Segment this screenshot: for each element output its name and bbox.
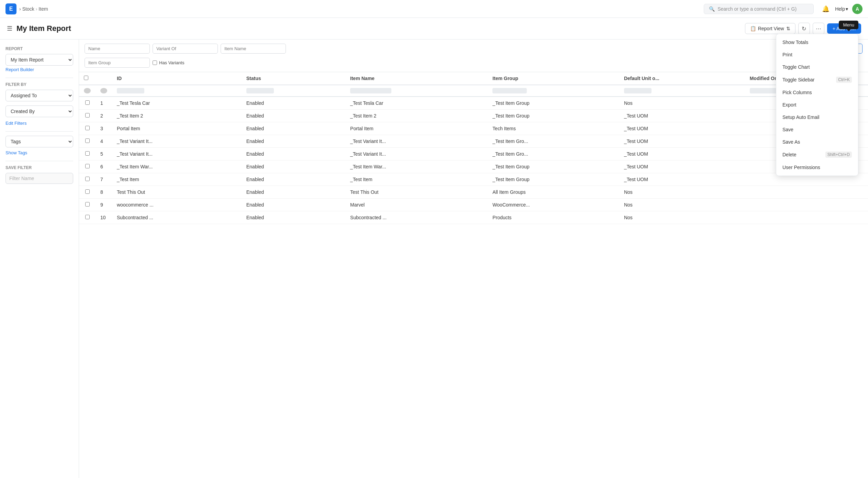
row-item-name: _Test Item [345,173,488,186]
filter-name-input[interactable] [5,173,73,184]
user-avatar[interactable]: A [852,4,863,14]
th-item-group[interactable]: Item Group [488,72,619,85]
row-id-value[interactable]: woocommerce ... [112,199,242,211]
global-search[interactable]: 🔍 Search or type a command (Ctrl + G) [704,4,814,14]
report-view-button[interactable]: 📋 Report View ⇅ [745,23,795,34]
has-variants-label: Has Variants [159,60,184,65]
th-status[interactable]: Status [242,72,345,85]
row-checkbox-cell[interactable] [79,186,96,199]
dropdown-menu: Show TotalsPrintToggle ChartToggle Sideb… [776,34,858,176]
row-id-value[interactable]: _Test Tesla Car [112,97,242,110]
row-checkbox[interactable] [85,151,90,156]
sidebar-toggle-icon[interactable]: ☰ [7,25,12,32]
dropdown-menu-item[interactable]: Export [776,99,858,111]
row-status: Enabled [242,110,345,122]
table-row: 8 Test This Out Enabled Test This Out Al… [79,186,868,199]
row-checkbox[interactable] [85,189,90,194]
show-tags-link[interactable]: Show Tags [5,150,73,155]
row-checkbox[interactable] [85,113,90,118]
row-checkbox[interactable] [85,100,90,105]
row-default-unit: Nos [619,97,745,110]
row-checkbox-cell[interactable] [79,97,96,110]
row-id-value[interactable]: Portal Item [112,122,242,135]
dropdown-menu-item[interactable]: Toggle Chart [776,61,858,73]
shortcut-badge: Shift+Ctrl+D [825,152,852,158]
row-status: Enabled [242,135,345,148]
row-checkbox-cell[interactable] [79,148,96,160]
help-label: Help [835,6,845,12]
help-button[interactable]: Help ▾ [835,6,848,12]
variant-of-filter-input[interactable] [153,44,218,54]
row-checkbox[interactable] [85,138,90,143]
assigned-to-select[interactable]: Assigned To [5,90,73,101]
row-checkbox-cell[interactable] [79,211,96,224]
edit-filters-link[interactable]: Edit Filters [5,121,73,126]
row-default-unit: _Test UOM [619,173,745,186]
created-by-select[interactable]: Created By [5,105,73,117]
row-checkbox-cell[interactable] [79,160,96,173]
row-number: 5 [96,148,112,160]
row-id-value[interactable]: _Test Item [112,173,242,186]
app-logo[interactable]: E [5,3,16,14]
row-checkbox-cell[interactable] [79,173,96,186]
item-group-filter-input[interactable] [85,58,150,68]
row-number: 7 [96,173,112,186]
row-id-value[interactable]: Subcontracted ... [112,211,242,224]
dropdown-menu-item[interactable]: Pick Columns [776,86,858,99]
refresh-button[interactable]: ↻ [798,23,810,34]
dropdown-menu-item[interactable]: Print [776,48,858,61]
has-variants-checkbox[interactable] [153,60,157,65]
th-id[interactable]: ID [112,72,242,85]
dropdown-menu-item[interactable]: Save [776,123,858,136]
row-checkbox[interactable] [85,215,90,219]
dropdown-item-label: Show Totals [782,40,808,45]
report-select[interactable]: My Item Report [5,54,73,66]
row-checkbox[interactable] [85,202,90,207]
row-checkbox[interactable] [85,164,90,168]
dropdown-item-label: Toggle Chart [782,64,810,70]
table-row: 10 Subcontracted ... Enabled Subcontract… [79,211,868,224]
row-checkbox[interactable] [85,177,90,181]
has-variants-filter[interactable]: Has Variants [153,60,184,65]
th-item-name[interactable]: Item Name [345,72,488,85]
dropdown-menu-item[interactable]: Toggle SidebarCtrl+K [776,73,858,86]
row-item-group: Products [488,211,619,224]
notifications-button[interactable]: 🔔 [821,4,831,14]
row-checkbox-cell[interactable] [79,135,96,148]
breadcrumb-stock[interactable]: Stock [22,6,34,12]
select-all-header[interactable] [79,72,96,85]
item-name-filter-input[interactable] [221,44,286,54]
row-number: 4 [96,135,112,148]
dropdown-item-label: Export [782,102,796,108]
main-layout: Report My Item Report Report Builder Fil… [0,40,868,478]
dropdown-menu-item[interactable]: User Permissions [776,161,858,174]
row-item-group: All Item Groups [488,186,619,199]
row-checkbox-cell[interactable] [79,110,96,122]
th-default-unit[interactable]: Default Unit o... [619,72,745,85]
tags-select[interactable]: Tags [5,136,73,147]
more-options-button[interactable]: ⋯ [813,23,824,34]
row-id-value[interactable]: _Test Variant It... [112,135,242,148]
row-checkbox-cell[interactable] [79,122,96,135]
row-id-value[interactable]: Test This Out [112,186,242,199]
dropdown-item-label: User Permissions [782,165,820,170]
row-item-name: _Test Variant It... [345,148,488,160]
select-all-checkbox[interactable] [84,76,88,80]
row-default-unit: _Test UOM [619,135,745,148]
row-id-value[interactable]: _Test Item War... [112,160,242,173]
dropdown-menu-item[interactable]: Show Totals [776,36,858,48]
report-builder-link[interactable]: Report Builder [5,67,73,72]
sidebar-report-label: Report [5,46,73,51]
row-id-value[interactable]: _Test Item 2 [112,110,242,122]
breadcrumb-item[interactable]: Item [38,6,48,12]
row-default-unit: _Test UOM [619,110,745,122]
row-checkbox[interactable] [85,126,90,130]
table-row: 9 woocommerce ... Enabled Marvel WooComm… [79,199,868,211]
dropdown-menu-item[interactable]: DeleteShift+Ctrl+D [776,148,858,161]
dropdown-menu-item[interactable]: Save As [776,136,858,148]
sidebar: Report My Item Report Report Builder Fil… [0,40,79,478]
name-filter-input[interactable] [85,44,150,54]
dropdown-menu-item[interactable]: Setup Auto Email [776,111,858,123]
row-checkbox-cell[interactable] [79,199,96,211]
row-id-value[interactable]: _Test Variant It... [112,148,242,160]
